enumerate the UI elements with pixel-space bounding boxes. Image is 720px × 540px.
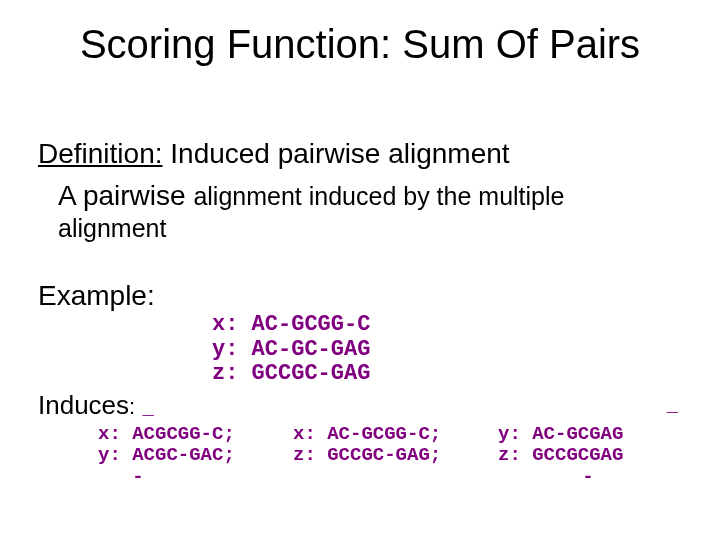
pairs-lead-row: _ [38, 395, 688, 417]
pair3-line1: y: AC-GCGAG [488, 423, 688, 445]
pair1-line1: x: ACGCGG-C; [38, 423, 238, 445]
pairs-row-1: x: ACGCGG-C; x: AC-GCGG-C; y: AC-GCGAG [38, 423, 688, 445]
pair3-lead: _ [488, 395, 688, 417]
pairs-row-2: y: ACGC-GAC; z: GCCGC-GAG; z: GCCGCGAG [38, 444, 688, 466]
pair3-line2: z: GCCGCGAG [488, 444, 688, 466]
pair3-trail: - [488, 466, 688, 488]
pair2-trail [263, 466, 463, 488]
pair1-trail: - [38, 466, 238, 488]
definition-label: Definition: [38, 138, 163, 169]
msa-block: x: AC-GCGG-C y: AC-GC-GAG z: GCCGC-GAG [212, 313, 370, 387]
pair2-lead [263, 395, 463, 417]
pairs-trail-row: - - [38, 466, 688, 488]
definition-body-lead: A pairwise [58, 180, 193, 211]
slide-title: Scoring Function: Sum Of Pairs [0, 22, 720, 67]
pair2-line2: z: GCCGC-GAG; [263, 444, 463, 466]
example-label: Example: [38, 280, 155, 312]
definition-line: Definition: Induced pairwise alignment [38, 138, 510, 170]
definition-term: Induced pairwise alignment [163, 138, 510, 169]
definition-body: A pairwise alignment induced by the mult… [58, 178, 678, 244]
pair1-line2: y: ACGC-GAC; [38, 444, 238, 466]
pair2-line1: x: AC-GCGG-C; [263, 423, 463, 445]
pair1-lead [38, 395, 238, 417]
slide: Scoring Function: Sum Of Pairs Definitio… [0, 0, 720, 540]
